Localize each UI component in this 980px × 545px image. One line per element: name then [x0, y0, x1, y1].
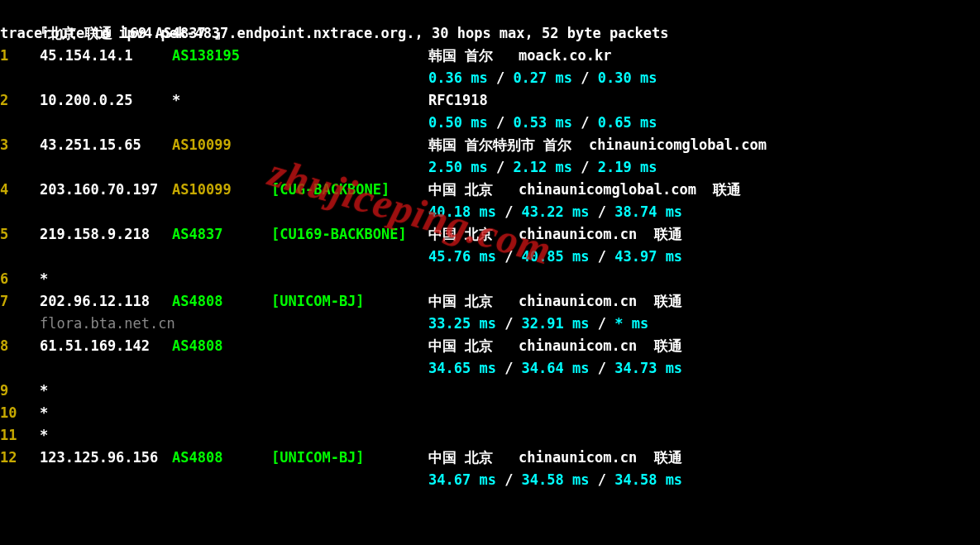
hop-ip: 123.125.96.156	[40, 447, 172, 469]
hop-row: 10*	[0, 402, 980, 424]
hop-number: 9	[0, 380, 40, 402]
hop-latency: 0.53 ms	[513, 114, 572, 131]
hop-number: 6	[0, 268, 40, 290]
hop-row: 145.154.14.1AS138195韩国 首尔 moack.co.kr	[0, 45, 980, 67]
hop-ip: 203.160.70.197	[40, 179, 172, 201]
hop-latency: 34.64 ms	[522, 360, 590, 376]
hop-row: 12123.125.96.156AS4808[UNICOM-BJ]中国 北京 c…	[0, 447, 980, 469]
hop-location: 韩国 首尔特别市 首尔 chinaunicomglobal.com	[428, 134, 767, 156]
latency-separator: /	[590, 203, 615, 220]
hop-latency-pad	[0, 201, 40, 223]
hop-latency: 43.22 ms	[522, 203, 590, 220]
hop-location: RFC1918	[428, 89, 488, 112]
hop-latency-row: 34.67 ms / 34.58 ms / 34.58 ms	[0, 469, 980, 491]
hop-latency-pad	[0, 246, 40, 268]
hop-latency-pad	[0, 313, 40, 335]
latency-separator: /	[488, 159, 514, 175]
hop-number: 4	[0, 179, 40, 201]
hop-latency: 2.50 ms	[428, 159, 488, 175]
hop-latency-pad	[0, 469, 40, 491]
hop-number: 5	[0, 223, 40, 246]
hop-latency: * ms	[614, 315, 648, 332]
hop-number: 11	[0, 424, 40, 447]
hop-row: 861.51.169.142AS4808中国 北京 chinaunicom.cn…	[0, 335, 980, 357]
hop-latency: 0.50 ms	[428, 114, 488, 131]
latency-separator: /	[496, 203, 522, 220]
hop-latency: 40.85 ms	[522, 248, 590, 265]
latency-separator: /	[496, 248, 522, 265]
hop-number: 8	[0, 335, 40, 357]
hop-latency-pad	[40, 156, 172, 179]
hop-network: [UNICOM-BJ]	[271, 290, 428, 313]
hop-latency: 34.65 ms	[428, 360, 496, 376]
latency-separator: /	[590, 360, 615, 376]
hop-latency-pad	[271, 112, 428, 134]
hop-asn: AS4808	[172, 290, 271, 313]
hop-latency-row: 34.65 ms / 34.64 ms / 34.73 ms	[0, 357, 980, 380]
hop-latency-row: 40.18 ms / 43.22 ms / 38.74 ms	[0, 201, 980, 223]
hop-latency-pad	[172, 112, 271, 134]
hop-latency: 0.65 ms	[598, 114, 657, 131]
hop-network: [UNICOM-BJ]	[271, 447, 428, 469]
hop-network: [CUG-BACKBONE]	[271, 179, 428, 201]
hop-latency-row: 2.50 ms / 2.12 ms / 2.19 ms	[0, 156, 980, 179]
hop-latency-pad	[40, 246, 172, 268]
hop-latency-pad	[40, 201, 172, 223]
hop-latency-pad	[0, 357, 40, 380]
hop-row: 11*	[0, 424, 980, 447]
hop-number: 2	[0, 89, 40, 112]
hop-latency-pad	[0, 67, 40, 89]
hop-row: 6*	[0, 268, 980, 290]
hop-row: 210.200.0.25*RFC1918	[0, 89, 980, 112]
hop-latency: 2.19 ms	[598, 159, 657, 175]
header-line: 『北京 联通 169 AS4837 』	[0, 0, 980, 22]
hop-asn: AS4808	[172, 335, 271, 357]
hop-latency: 0.36 ms	[428, 69, 488, 86]
hop-latency-pad	[172, 201, 271, 223]
hop-latency-pad	[172, 357, 271, 380]
hop-row: 4203.160.70.197AS10099[CUG-BACKBONE]中国 北…	[0, 179, 980, 201]
hop-latency-pad	[0, 112, 40, 134]
hop-latency-pad	[271, 201, 428, 223]
hop-location: 中国 北京 chinaunicom.cn 联通	[428, 290, 682, 313]
hop-latency-row: flora.bta.net.cn 33.25 ms / 32.91 ms / *…	[0, 313, 980, 335]
hop-location: 中国 北京 chinaunicom.cn 联通	[428, 447, 682, 469]
hop-latency: 43.97 ms	[614, 248, 682, 265]
hop-ip: 45.154.14.1	[40, 45, 172, 67]
hop-location: 中国 北京 chinaunicom.cn 联通	[428, 335, 682, 357]
hop-ip: 61.51.169.142	[40, 335, 172, 357]
hop-latency: 33.25 ms	[428, 315, 496, 332]
hop-latency-pad	[271, 67, 428, 89]
hop-latency-pad	[271, 469, 428, 491]
hop-latency-pad	[40, 112, 172, 134]
hop-number: 7	[0, 290, 40, 313]
hop-latency-pad: flora.bta.net.cn	[40, 313, 172, 335]
hop-asn: AS10099	[172, 179, 271, 201]
hop-latency: 32.91 ms	[522, 315, 590, 332]
hop-latency: 34.73 ms	[614, 360, 682, 376]
hop-latency: 0.27 ms	[513, 69, 572, 86]
hop-asn: AS138195	[172, 45, 271, 67]
hop-ip: *	[40, 380, 172, 402]
hop-ip: 202.96.12.118	[40, 290, 172, 313]
hop-latency-pad	[40, 357, 172, 380]
hop-ip: 10.200.0.25	[40, 89, 172, 112]
hop-latency-row: 0.50 ms / 0.53 ms / 0.65 ms	[0, 112, 980, 134]
hop-ip: 219.158.9.218	[40, 223, 172, 246]
latency-separator: /	[496, 360, 522, 376]
hop-asn: *	[172, 89, 271, 112]
hop-network: [CU169-BACKBONE]	[271, 223, 428, 246]
hop-number: 10	[0, 402, 40, 424]
latency-separator: /	[572, 114, 598, 131]
hop-ip: *	[40, 402, 172, 424]
hop-latency: 34.58 ms	[522, 471, 590, 488]
hop-latency: 45.76 ms	[428, 248, 496, 265]
hop-row: 7202.96.12.118AS4808[UNICOM-BJ]中国 北京 chi…	[0, 290, 980, 313]
hop-number: 3	[0, 134, 40, 156]
hop-latency-pad	[271, 246, 428, 268]
hop-ip: *	[40, 268, 172, 290]
hop-list: 145.154.14.1AS138195韩国 首尔 moack.co.kr 0.…	[0, 45, 980, 491]
latency-separator: /	[590, 471, 615, 488]
hop-latency-row: 45.76 ms / 40.85 ms / 43.97 ms	[0, 246, 980, 268]
hop-latency: 2.12 ms	[513, 159, 572, 175]
